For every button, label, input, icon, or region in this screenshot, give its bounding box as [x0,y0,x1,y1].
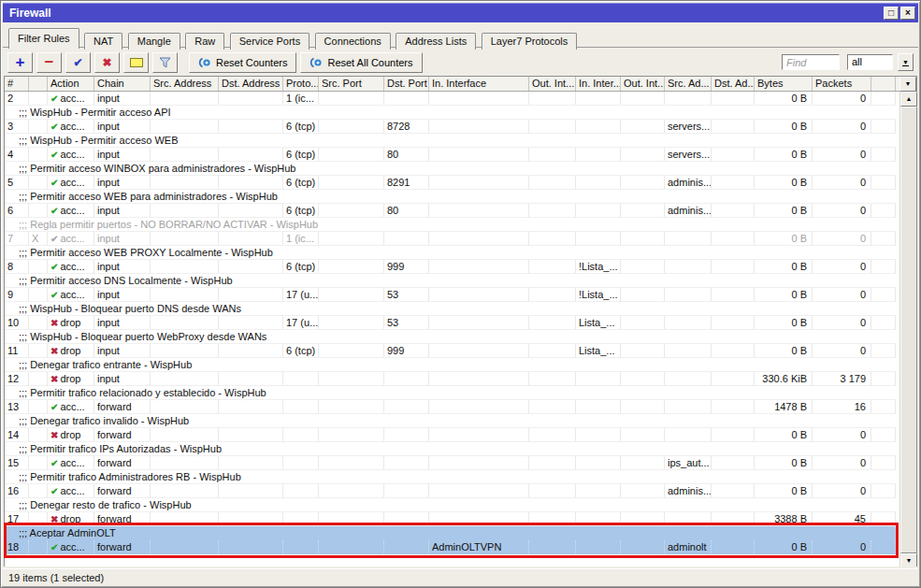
vertical-scrollbar[interactable]: ▲ ▼ [899,92,916,568]
titlebar[interactable]: Firewall □ × [3,3,918,22]
cell-src_address_list [665,232,712,245]
column-header-out_interface_list[interactable]: Out. Int... [621,77,665,92]
column-header-in_interface[interactable]: In. Interface [429,77,529,92]
cell-in_interface [429,372,529,385]
column-header-dst_port[interactable]: Dst. Port [384,77,429,92]
tab-filter-rules[interactable]: Filter Rules [8,28,79,49]
add-rule-button[interactable]: + [7,52,33,73]
column-header-chain[interactable]: Chain [94,77,151,92]
remove-rule-button[interactable]: − [36,52,62,73]
comment-row[interactable]: ;;; WispHub - Permitir acceso API [5,106,896,120]
reset-all-counters-button[interactable]: Reset All Counters [300,52,422,73]
comment-row[interactable]: ;;; Regla permitir puertos - NO BORRAR/N… [5,218,896,232]
column-header-dst_address[interactable]: Dst. Address [219,77,283,92]
disable-rule-button[interactable]: ✖ [94,52,120,73]
comment-button[interactable] [123,52,149,73]
cell-in_interface [429,92,529,105]
firewall-rule-row[interactable]: 9✔acc...input17 (u...53!Lista_...0 B0 [5,288,896,302]
reset-counters-button[interactable]: Reset Counters [189,52,296,73]
column-header-src_port[interactable]: Src. Port [319,77,384,92]
firewall-rule-row[interactable]: 12✖dropinput330.6 KiB3 179 [5,372,896,386]
cell-bytes: 3388 B [755,512,813,525]
comment-row[interactable]: ;;; Permitir acceso WEB para administrad… [5,190,896,204]
cell-chain: input [94,204,151,217]
comment-text: ;;; Permitir trafico Administradores RB … [5,470,896,483]
dropdown-arrow-icon[interactable]: ▼ [898,53,914,71]
column-header-spacer[interactable] [871,77,896,92]
column-header-src_address[interactable]: Src. Address [151,77,219,92]
firewall-rule-row[interactable]: 4✔acc...input6 (tcp)80servers...0 B0 [5,148,896,162]
cell-out_interface_list [621,148,665,161]
column-header-packets[interactable]: Packets [813,77,871,92]
cell-src_port [319,232,384,245]
filter-scope-dropdown[interactable]: all [847,54,893,70]
find-input[interactable] [782,54,840,70]
column-header-action[interactable]: Action [48,77,94,92]
firewall-rule-row[interactable]: 8✔acc...input6 (tcp)999!Lista_...0 B0 [5,260,896,274]
comment-row[interactable]: ;;; Denegar resto de trafico - WispHub [5,498,896,512]
comment-row[interactable]: ;;; WispHub - Permitir acceso WEB [5,134,896,148]
scroll-up-icon[interactable]: ▲ [900,92,917,107]
column-header-bytes[interactable]: Bytes [755,77,813,92]
comment-row[interactable]: ;;; Aceptar AdminOLT [5,526,896,540]
comment-row[interactable]: ;;; WispHub - Bloquear puerto DNS desde … [5,302,896,316]
firewall-rule-row[interactable]: 10✖dropinput17 (u...53Lista_...0 B0 [5,316,896,330]
firewall-rule-row[interactable]: 2✔acc...input1 (ic...0 B0 [5,92,896,106]
cell-dst_address_list [712,372,755,385]
filter-button[interactable] [152,52,178,73]
comment-row[interactable]: ;;; Permitir acceso WINBOX para administ… [5,162,896,176]
firewall-rule-row[interactable]: 11✖dropinput6 (tcp)999Lista_...0 B0 [5,344,896,358]
tab-service-ports[interactable]: Service Ports [230,33,309,50]
firewall-rule-row[interactable]: 13✔acc...forward1478 B16 [5,400,896,414]
firewall-rule-row[interactable]: 15✔acc...forwardips_aut...0 B0 [5,456,896,470]
column-header-num[interactable]: # [5,77,29,92]
scrollbar-thumb[interactable] [900,107,917,553]
cell-action: ✖drop [48,512,94,525]
comment-row[interactable]: ;;; Denegar trafico entrante - WispHub [5,358,896,372]
comment-row[interactable]: ;;; Permitir trafico Administradores RB … [5,470,896,484]
cell-action: ✖drop [48,428,94,441]
cell-packets: 0 [813,344,871,357]
firewall-rule-row[interactable]: 17✖dropforward3388 B45 [5,512,896,526]
column-header-src_address_list[interactable]: Src. Ad... [665,77,712,92]
cell-in_interface_list [576,372,621,385]
cell-dst_address [219,92,283,105]
drop-icon: ✖ [50,346,58,356]
firewall-rule-row[interactable]: 16✔acc...forwardadminis...0 B0 [5,484,896,498]
firewall-rule-row[interactable]: 5✔acc...input6 (tcp)8291adminis...0 B0 [5,176,896,190]
firewall-rule-row[interactable]: 18✔acc...forwardAdminOLTVPNadminolt0 B0 [5,540,896,554]
firewall-rule-row[interactable]: 14✖dropforward0 B0 [5,428,896,442]
enable-rule-button[interactable]: ✔ [65,52,91,73]
tab-nat[interactable]: NAT [84,33,122,50]
column-header-protocol[interactable]: Proto... [283,77,319,92]
comment-row[interactable]: ;;; WispHub - Bloquear puerto WebProxy d… [5,330,896,344]
cell-src_address_list: adminis... [665,176,712,189]
comment-row[interactable]: ;;; Denegar trafico invalido - WispHub [5,414,896,428]
column-header-in_interface_list[interactable]: In. Inter... [576,77,621,92]
column-header-flag[interactable] [29,77,48,92]
comment-row[interactable]: ;;; Permitir trafico relacionado y estab… [5,386,896,400]
maximize-icon[interactable]: □ [884,7,899,20]
firewall-rule-row[interactable]: 3✔acc...input6 (tcp)8728servers...0 B0 [5,120,896,134]
tab-address-lists[interactable]: Address Lists [396,33,476,50]
tab-layer7-protocols[interactable]: Layer7 Protocols [482,33,578,50]
column-header-out_interface[interactable]: Out. Int... [529,77,576,92]
comment-row[interactable]: ;;; Permitir acceso WEB PROXY Localmente… [5,246,896,260]
column-header-dst_address_list[interactable]: Dst. Ad... [712,77,755,92]
scroll-down-icon[interactable]: ▼ [900,553,917,568]
firewall-rule-row[interactable]: 6✔acc...input6 (tcp)80adminis...0 B0 [5,204,896,218]
comment-row[interactable]: ;;; Permitir trafico IPs Autorizadas - W… [5,442,896,456]
cell-in_interface: AdminOLTVPN [429,540,529,553]
cell-src_port [319,316,384,329]
cell-dst_address [219,232,283,245]
close-icon[interactable]: × [900,7,915,20]
tab-raw[interactable]: Raw [185,33,224,50]
firewall-rule-row[interactable]: 7X✔acc...input1 (ic...0 B0 [5,232,896,246]
column-menu-icon[interactable]: ▼ [899,77,916,92]
tab-connections[interactable]: Connections [315,33,391,50]
cell-out_interface_list [621,204,665,217]
cell-dst_address_list [712,288,755,301]
tab-mangle[interactable]: Mangle [128,33,180,50]
comment-row[interactable]: ;;; Permitir acceso DNS Localmente - Wis… [5,274,896,288]
cell-in_interface_list [576,400,621,413]
